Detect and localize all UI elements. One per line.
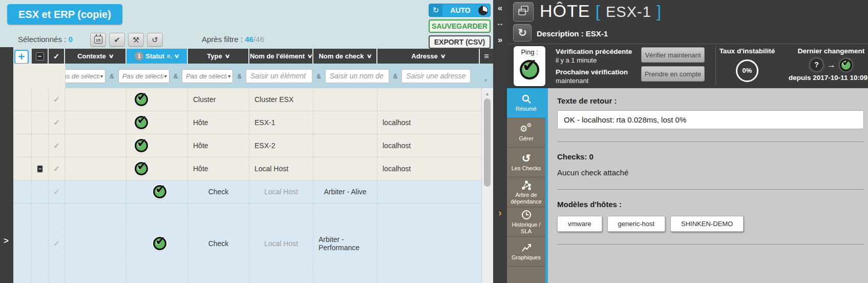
schedule-button[interactable]: 15 [90, 33, 106, 47]
table-row-local-host[interactable]: − ✓ Hôte Local Host localhost [13, 157, 481, 180]
table-row-cluster-esx[interactable]: ✓ Cluster Cluster ESX [13, 88, 481, 111]
tab-gerer[interactable]: ⚙⚙ Gérer [507, 118, 545, 148]
last-change-since: depuis 2017-10-11 10:09:4 [788, 74, 868, 82]
caret-down-icon: ▾ [100, 73, 103, 79]
verification-times: Vérification précédente il y a 1 minute … [556, 47, 640, 89]
save-button[interactable]: SAUVEGARDER [429, 19, 491, 33]
ping-status-card: Ping : [514, 46, 545, 86]
chevron-down-icon: ∨ [108, 53, 114, 59]
reload-object-button[interactable]: ↻ [513, 24, 532, 42]
refresh-icon: ↻ [429, 4, 442, 16]
selected-count: 0 [68, 35, 72, 44]
template-button-vmware[interactable]: vmware [557, 216, 602, 232]
header-adresse[interactable]: Adresse ∨ [377, 49, 480, 64]
divider-chevron-icon[interactable]: › [493, 207, 507, 218]
cell-element: Local Host [249, 157, 313, 180]
row-selected-check-icon[interactable]: ✓ [53, 187, 60, 196]
expand-panel-icon[interactable]: » [493, 35, 507, 45]
resize-handle-icon[interactable]: ↔ [493, 18, 507, 27]
collapse-row-button[interactable]: − [37, 165, 43, 173]
cell-type: Hôte [188, 111, 249, 134]
add-row-button[interactable]: + [14, 50, 29, 64]
filter-and-separator: & [312, 72, 325, 80]
tools-button[interactable]: ⚒ [128, 33, 144, 47]
tab-arbre-dependance[interactable]: Arbre de dépendance [507, 177, 545, 207]
flapping-label: Taux d'instabilité [719, 47, 775, 55]
contexte-filter-select[interactable]: Pas de sélection ▾ [54, 69, 105, 83]
row-selected-check-icon[interactable]: ✓ [53, 141, 60, 150]
header-nom-check[interactable]: Nom de check ∨ [313, 49, 377, 64]
chevron-down-icon: ∨ [224, 53, 230, 59]
template-button-shinken-demo[interactable]: SHINKEN-DEMO [670, 216, 744, 232]
tab-historique-sla[interactable]: Historique / SLA [507, 207, 545, 237]
tab-les-checks[interactable]: ↺ Les Checks [507, 148, 545, 177]
header-nom-element[interactable]: Nom de l'élément ∨ [249, 49, 313, 64]
table-row-esx-1[interactable]: ✓ Hôte ESX-1 localhost [13, 111, 481, 134]
check-now-button[interactable]: Vérifier maintenant [641, 47, 705, 63]
plugin-output-box[interactable]: OK - localhost: rta 0.028ms, lost 0% [557, 110, 864, 129]
adresse-filter-input[interactable] [401, 69, 471, 83]
scroll-up-icon[interactable]: ▲ [485, 91, 490, 96]
acknowledge-button[interactable]: Prendre en compte [641, 66, 705, 82]
view-title-button[interactable]: ESX et ERP (copie) [7, 4, 122, 25]
refresh-icon: ↻ [518, 27, 527, 39]
scrollbar-thumb[interactable] [484, 98, 491, 187]
row-selected-check-icon[interactable]: ✓ [53, 95, 60, 104]
auto-timer-pie-icon [478, 6, 488, 15]
cell-element: ESX-2 [249, 134, 313, 157]
row-selected-check-icon[interactable]: ✓ [53, 239, 60, 248]
table-row-arbiter-alive[interactable]: ✓ Check Local Host Arbiter - Alive [13, 180, 481, 204]
statut-filter-select[interactable]: Pas de sélection ▾ [118, 69, 170, 83]
left-collapse-strip[interactable]: > [0, 47, 13, 283]
tools-icon: ⚒ [133, 35, 139, 45]
scroll-down-icon[interactable]: ▼ [483, 78, 488, 83]
table-row-esx-2[interactable]: ✓ Hôte ESX-2 localhost [13, 134, 481, 157]
cell-type: Check [188, 204, 249, 283]
tab-graphiques[interactable]: Graphiques [507, 237, 545, 267]
cell-adresse [377, 204, 481, 283]
header-statut[interactable]: 1 Statut ≡↓ ∨ [126, 49, 188, 64]
export-csv-button[interactable]: EXPORT (CSV) [429, 35, 491, 49]
row-selected-check-icon[interactable]: ✓ [53, 164, 60, 173]
acknowledge-button[interactable]: ✔ [109, 33, 125, 47]
expand-left-panel-icon[interactable]: > [4, 236, 9, 246]
type-filter-select[interactable]: Pas de sélection ▾ [182, 69, 233, 83]
header-select-all[interactable]: ✓ [49, 49, 65, 64]
selected-counter: Sélectionnés : 0 [18, 35, 73, 44]
line-chart-icon [521, 242, 532, 253]
auto-label: AUTO [442, 6, 478, 14]
undo-button[interactable]: ↺ [147, 33, 163, 47]
cell-check: Arbiter - Alive [313, 180, 377, 203]
divider-line [557, 244, 864, 245]
caret-down-icon: ▾ [228, 73, 230, 79]
after-filter-current: 46 [245, 35, 253, 44]
element-filter-input[interactable] [246, 69, 312, 83]
table-row-arbiter-performance[interactable]: ✓ Check Local Host Arbiter - Performance [13, 204, 481, 283]
header-type[interactable]: Type ∨ [188, 49, 249, 64]
check-filter-input[interactable] [325, 69, 389, 83]
select-value: Pas de sélection [122, 72, 163, 80]
flapping-rate: Taux d'instabilité 0% [719, 46, 775, 82]
after-filter-label: Après filtre : [202, 35, 243, 44]
header-collapse-all[interactable]: − [32, 49, 49, 64]
row-selected-check-icon[interactable]: ✓ [53, 118, 60, 127]
chevron-down-icon: ∨ [366, 53, 372, 59]
resume-content: Texte de retour : OK - localhost: rta 0.… [545, 88, 868, 283]
tab-resume[interactable]: Résumé [507, 88, 545, 118]
collapse-panel-icon[interactable]: « [493, 3, 507, 13]
template-button-generic-host[interactable]: generic-host [607, 216, 666, 232]
chevron-down-icon: ∨ [440, 53, 446, 59]
status-ok-icon [135, 139, 148, 152]
filter-and-separator: & [389, 72, 402, 80]
open-window-button[interactable] [513, 2, 534, 22]
cell-check [313, 111, 377, 134]
columns-menu-button[interactable]: ≡ [480, 49, 493, 64]
detail-panel: HÔTE [ ESX-1 ] ↻ Description : ESX-1 Pin… [507, 0, 868, 283]
header-contexte[interactable]: Contexte ∨ [65, 49, 126, 64]
sort-icon: ≡↓ [166, 53, 173, 60]
auto-refresh-button[interactable]: ↻ AUTO [429, 4, 491, 17]
header-label: Nom de l'élément [250, 52, 305, 60]
table-scrollbar[interactable]: ▲ [481, 88, 493, 283]
header-label: Type [207, 52, 222, 60]
select-value: Pas de sélection [186, 72, 227, 80]
